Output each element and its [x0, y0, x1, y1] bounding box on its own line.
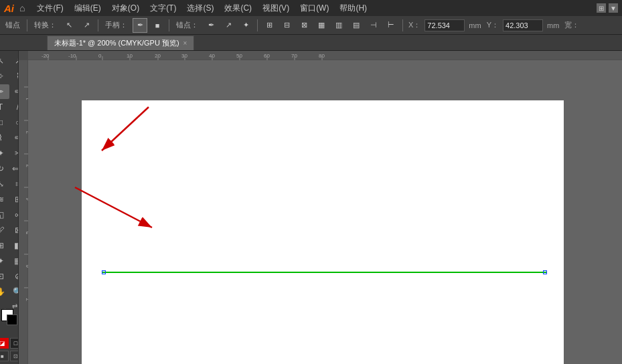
- selection-tool[interactable]: ↖: [0, 54, 9, 68]
- home-icon[interactable]: ⌂: [19, 3, 25, 13]
- menu-type[interactable]: 文字(T): [145, 0, 181, 16]
- pen-tool[interactable]: ✒: [0, 84, 9, 99]
- shape-icon-2[interactable]: ⊟: [279, 18, 294, 33]
- fill-mode-btn[interactable]: ◪: [0, 338, 9, 349]
- screen-mode-btn[interactable]: □: [10, 338, 19, 349]
- shape-icon-4[interactable]: ▦: [314, 18, 329, 33]
- menu-bar: 文件(F) 编辑(E) 对象(O) 文字(T) 选择(S) 效果(C) 视图(V…: [31, 0, 597, 16]
- sep5: [402, 19, 403, 31]
- color-swatch-area: ⇄ ↺: [0, 302, 19, 336]
- shape-icon-3[interactable]: ⊠: [297, 18, 311, 33]
- options-bar: 锚点 转换： ↖ ↗ 手柄： ✒ ■ 锚点： ✒ ↗ ✦ ⊞ ⊟ ⊠ ▦ ▥ ▤…: [0, 16, 622, 35]
- tool-selection-group: ↖ ↗: [0, 54, 19, 68]
- path-object[interactable]: [102, 272, 547, 274]
- menu-select[interactable]: 选择(S): [181, 0, 219, 16]
- grid-view-btn[interactable]: ⊞: [597, 3, 606, 13]
- y-label: Y：: [487, 20, 499, 30]
- menu-help[interactable]: 帮助(H): [334, 0, 372, 16]
- x-input[interactable]: [424, 19, 465, 31]
- document-tab[interactable]: 未标题-1* @ 200% (CMYK/GPU 预览) ×: [47, 35, 194, 50]
- magic-wand-tool[interactable]: ✧: [0, 69, 9, 84]
- tab-close-btn[interactable]: ×: [183, 39, 187, 47]
- sep3: [169, 19, 169, 31]
- window-controls: ⊞ ▼: [597, 3, 618, 13]
- line-tool[interactable]: /: [9, 100, 19, 114]
- menu-effect[interactable]: 效果(C): [219, 0, 257, 16]
- anchor-icon-2[interactable]: ↗: [221, 18, 236, 33]
- left-toolbar: ↖ ↗ ✧ ⌇ ✒ ✏ T / □ ○ ⌇ ✏ ✦ ✂ ↻ ⟺: [0, 51, 19, 364]
- shape-icon-1[interactable]: ⊞: [262, 18, 277, 33]
- menu-edit[interactable]: 编辑(E): [69, 0, 106, 16]
- sep2: [98, 19, 98, 31]
- width-label: 宽：: [564, 20, 579, 30]
- blend-tool[interactable]: ∞: [9, 207, 19, 222]
- graph-tool[interactable]: ▦: [9, 254, 19, 268]
- convert-icon-2[interactable]: ↗: [79, 18, 94, 33]
- anchor-icon-3[interactable]: ✦: [238, 18, 253, 33]
- draw-mode-area: ■ ⊡: [0, 351, 19, 361]
- reflect-tool[interactable]: ⟺: [9, 161, 19, 176]
- y-input[interactable]: [503, 19, 543, 31]
- symbol-sprayer[interactable]: ✦: [0, 254, 9, 268]
- eyedropper-tool[interactable]: 🖊: [0, 223, 9, 238]
- align-icon-2[interactable]: ⊢: [384, 18, 398, 33]
- mesh-tool[interactable]: ⊞: [0, 238, 9, 253]
- paintbrush-tool[interactable]: ⌇: [0, 130, 9, 145]
- svg-text:-10: -10: [68, 53, 76, 59]
- align-icon-1[interactable]: ⊣: [366, 18, 381, 33]
- rect-tool[interactable]: □: [0, 115, 9, 130]
- handle-icon-2[interactable]: ■: [150, 18, 165, 33]
- shape-icon-6[interactable]: ▤: [349, 18, 364, 33]
- warp-tool[interactable]: ≋: [0, 192, 9, 207]
- scissors-tool[interactable]: ✂: [9, 146, 19, 161]
- free-transform[interactable]: ⊞: [9, 192, 19, 207]
- anchor-point-right[interactable]: [543, 270, 547, 274]
- convert-icon-1[interactable]: ↖: [62, 18, 76, 33]
- draw-normal-btn[interactable]: ■: [0, 351, 9, 361]
- tool-magic-group: ✧ ⌇: [0, 69, 19, 84]
- left-ruler: 1 2 3 4 5 6 7: [19, 60, 28, 364]
- background-swatch[interactable]: [7, 314, 17, 325]
- canvas-content: [28, 60, 622, 364]
- hand-tool[interactable]: ✋: [0, 284, 9, 299]
- menu-window[interactable]: 窗口(W): [295, 0, 334, 16]
- y-unit: mm: [547, 21, 559, 29]
- tool-eraser-group: ✦ ✂: [0, 146, 19, 161]
- main-area: ↖ ↗ ✧ ⌇ ✒ ✏ T / □ ○ ⌇ ✏ ✦ ✂ ↻ ⟺: [0, 51, 622, 364]
- slice-tool[interactable]: ⊘: [9, 269, 19, 284]
- tab-title: 未标题-1* @ 200% (CMYK/GPU 预览): [54, 38, 179, 48]
- measure-tool[interactable]: ⊠: [9, 223, 19, 238]
- tab-bar: 未标题-1* @ 200% (CMYK/GPU 预览) ×: [0, 35, 622, 51]
- zoom-tool[interactable]: 🔍: [9, 284, 19, 299]
- fill-mode-area: ◪ □: [0, 338, 19, 349]
- menu-file[interactable]: 文件(F): [31, 0, 68, 16]
- x-label: X：: [408, 20, 420, 30]
- gradient-tool[interactable]: ◧: [9, 238, 19, 253]
- shear-tool[interactable]: ⌗: [9, 177, 19, 191]
- eraser-tool[interactable]: ✦: [0, 146, 9, 161]
- x-unit: mm: [469, 21, 481, 29]
- sep4: [257, 19, 258, 31]
- shape-builder-tool[interactable]: ◱: [0, 207, 9, 222]
- title-bar: Ai ⌂ 文件(F) 编辑(E) 对象(O) 文字(T) 选择(S) 效果(C)…: [0, 0, 622, 16]
- rotate-tool[interactable]: ↻: [0, 161, 9, 176]
- pencil-tool-btn[interactable]: ✏: [9, 130, 19, 145]
- direct-selection-tool[interactable]: ↗: [9, 54, 19, 68]
- arrange-btn[interactable]: ▼: [609, 3, 618, 13]
- menu-object[interactable]: 对象(O): [106, 0, 145, 16]
- scale-tool[interactable]: ⤡: [0, 177, 9, 191]
- ellipse-tool[interactable]: ○: [9, 115, 19, 130]
- menu-view[interactable]: 视图(V): [257, 0, 295, 16]
- anchor-icon-1[interactable]: ✒: [204, 18, 218, 33]
- shape-icon-5[interactable]: ▥: [331, 18, 346, 33]
- draw-inside-btn[interactable]: ⊡: [10, 351, 19, 361]
- lasso-tool[interactable]: ⌇: [9, 69, 19, 84]
- anchor-point-left[interactable]: [102, 270, 106, 274]
- type-tool-btn[interactable]: T: [0, 100, 9, 114]
- handle-pen-icon[interactable]: ✒: [133, 18, 147, 33]
- artboard-tool[interactable]: ⊡: [0, 269, 9, 284]
- handle-label: 手柄：: [102, 20, 130, 30]
- type-tool[interactable]: ✏: [9, 84, 19, 99]
- anchor2-label: 锚点：: [173, 20, 201, 30]
- canvas-area: -20 -10 0 10 20 30 40 50 60 70 80: [19, 51, 622, 364]
